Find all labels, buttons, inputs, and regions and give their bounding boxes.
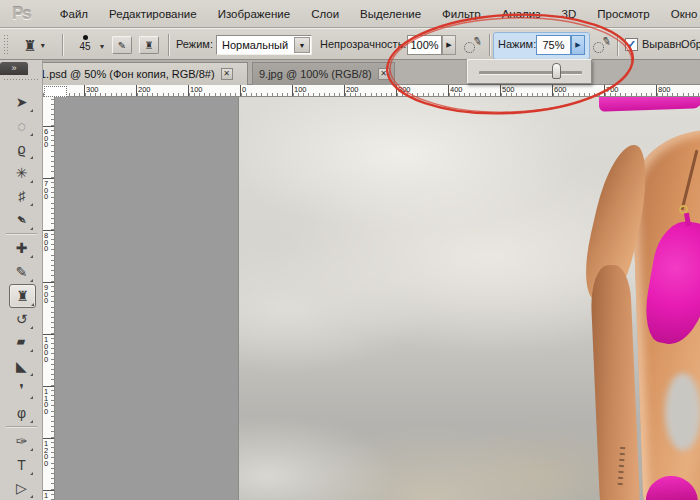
sample-label-partial: Обр (681, 38, 700, 50)
divider (62, 34, 63, 56)
crop-tool[interactable]: ♯ (9, 185, 34, 207)
menu-items: ФайлРедактированиеИзображениеСлоиВыделен… (57, 6, 700, 22)
paint-bucket-tool-icon: ◣ (16, 358, 27, 374)
menu-item-7[interactable]: Анализ (499, 6, 544, 22)
dodge-tool-icon: φ (17, 405, 26, 421)
opacity-input[interactable]: 100% (407, 35, 442, 55)
tool-preset-picker[interactable]: ♜ ▾ (12, 33, 56, 57)
move-tool-icon: ➤ (16, 94, 28, 110)
brush-size-value: 45 (72, 41, 98, 52)
ruler-label: 200 (138, 85, 151, 94)
ruler-label: 9 0 0 (44, 285, 48, 305)
photo-person (239, 97, 700, 500)
menu-item-10[interactable]: Окно (668, 6, 700, 22)
lasso-tool[interactable]: ϱ (9, 138, 34, 160)
photo-document[interactable] (238, 97, 700, 500)
collapse-panel-button[interactable]: » (0, 62, 28, 75)
brush-tool[interactable]: ✎ (9, 261, 34, 283)
blend-mode-select[interactable]: Нормальный ▼ (216, 35, 312, 55)
close-icon[interactable]: ✕ (378, 68, 390, 80)
ruler-label: 400 (450, 85, 463, 94)
ruler-label: 300 (398, 85, 411, 94)
vertical-ruler[interactable]: 6 0 07 0 08 0 09 0 01 0 0 01 1 0 01 2 0 … (43, 97, 55, 500)
flow-slider-track[interactable] (479, 71, 582, 75)
flow-input[interactable]: 75% (536, 35, 571, 55)
clone-stamp-icon: ♜ (23, 38, 36, 53)
menu-item-4[interactable]: Слои (308, 6, 342, 22)
options-bar: ♜ ▾ 45 ▾ ✎ ♜ Режим: Нормальный ▼ Непрозр… (0, 28, 700, 60)
type-tool[interactable]: T (9, 454, 34, 476)
canvas-pasteboard[interactable] (55, 97, 700, 500)
photoshop-window: Ps ФайлРедактированиеИзображениеСлоиВыде… (0, 0, 700, 500)
ruler-tick (344, 85, 345, 97)
ruler-label: 7 0 0 (44, 181, 48, 201)
divider (168, 34, 169, 56)
flow-slider-arrow[interactable]: ▶ (571, 35, 585, 55)
magenta-fabric-top (599, 97, 700, 112)
elliptical-marquee-tool[interactable]: ◌ (9, 115, 34, 137)
divider (489, 34, 490, 56)
panel-grip[interactable] (3, 78, 39, 82)
pen-tool-icon: ✑ (16, 433, 28, 449)
menu-item-5[interactable]: Выделение (357, 6, 424, 22)
airbrush-toggle-icon[interactable] (464, 37, 481, 54)
ruler-label: 8 0 0 (44, 233, 48, 253)
clone-source-panel-icon: ♜ (145, 40, 154, 51)
toggle-clone-source-panel-button[interactable]: ♜ (139, 36, 159, 54)
ruler-label: 800 (658, 85, 671, 94)
dodge-tool[interactable]: φ (9, 402, 34, 424)
history-brush-tool-icon: ↺ (16, 311, 28, 327)
horizontal-ruler[interactable]: 3002001000100200300400500600700800900 (43, 85, 700, 97)
ruler-label: 1 1 0 0 (44, 389, 48, 415)
clone-stamp-tool[interactable]: ♜ (9, 284, 36, 308)
airbrush-toggle-icon[interactable] (593, 37, 610, 54)
options-bar-grip[interactable] (3, 34, 8, 55)
opacity-slider-arrow[interactable]: ▶ (442, 35, 456, 55)
move-tool[interactable]: ➤ (9, 91, 34, 113)
ruler-label: 600 (554, 85, 567, 94)
magic-wand-tool[interactable]: ✳ (9, 162, 34, 184)
path-selection-tool[interactable]: ▷ (9, 477, 34, 499)
flow-label: Нажим: (498, 38, 536, 50)
ruler-tick (240, 85, 241, 97)
pen-tool[interactable]: ✑ (9, 430, 34, 452)
aligned-label: Выравн. (642, 38, 684, 50)
brush-preset-picker[interactable]: 45 (72, 32, 98, 58)
type-tool-icon: T (17, 457, 26, 473)
ruler-label: 1 3 0 0 (44, 493, 48, 500)
blur-tool[interactable]: ❜ (9, 378, 34, 400)
menu-item-2[interactable]: Редактирование (106, 6, 200, 22)
path-selection-tool-icon: ▷ (16, 480, 27, 496)
healing-brush-tool[interactable]: ✚ (9, 237, 34, 259)
lasso-tool-icon: ϱ (17, 141, 25, 157)
tab-document-1[interactable]: 1.psd @ 50% (Фон копия, RGB/8#) ✕ (33, 62, 248, 85)
menu-item-6[interactable]: Фильтр (439, 6, 484, 22)
tab-document-2[interactable]: 9.jpg @ 100% (RGB/8) ✕ (252, 62, 395, 85)
menu-item-3[interactable]: Изображение (215, 6, 293, 22)
ruler-label: 500 (502, 85, 515, 94)
ruler-origin-box[interactable] (44, 86, 67, 97)
eyedropper-tool[interactable]: ✒ (9, 209, 34, 231)
menu-item-1[interactable]: Файл (57, 6, 91, 22)
menu-item-8[interactable]: 3D (559, 6, 580, 22)
toggle-brush-panel-button[interactable]: ✎ (112, 36, 132, 54)
history-brush-tool[interactable]: ↺ (9, 308, 34, 330)
brush-tool-icon: ✎ (16, 264, 28, 280)
divider (617, 34, 618, 56)
aligned-checkbox[interactable]: ✓ (625, 38, 638, 51)
blur-tool-icon: ❜ (19, 381, 24, 397)
eraser-tool[interactable]: ■ (9, 331, 34, 353)
flow-slider-thumb[interactable] (552, 63, 561, 79)
brush-tip-icon (83, 35, 88, 40)
ruler-label: 100 (190, 85, 203, 94)
chevron-down-icon[interactable]: ▼ (294, 37, 310, 53)
healing-brush-tool-icon: ✚ (16, 240, 28, 256)
chevron-down-icon[interactable]: ▾ (100, 42, 104, 51)
menu-item-9[interactable]: Просмотр (594, 6, 653, 22)
ruler-tick (500, 85, 501, 97)
eraser-tool-icon: ■ (15, 336, 27, 347)
paint-bucket-tool[interactable]: ◣ (9, 355, 34, 377)
background-gap (665, 373, 700, 451)
close-icon[interactable]: ✕ (221, 68, 233, 80)
ruler-label: 1 2 0 0 (44, 441, 48, 467)
